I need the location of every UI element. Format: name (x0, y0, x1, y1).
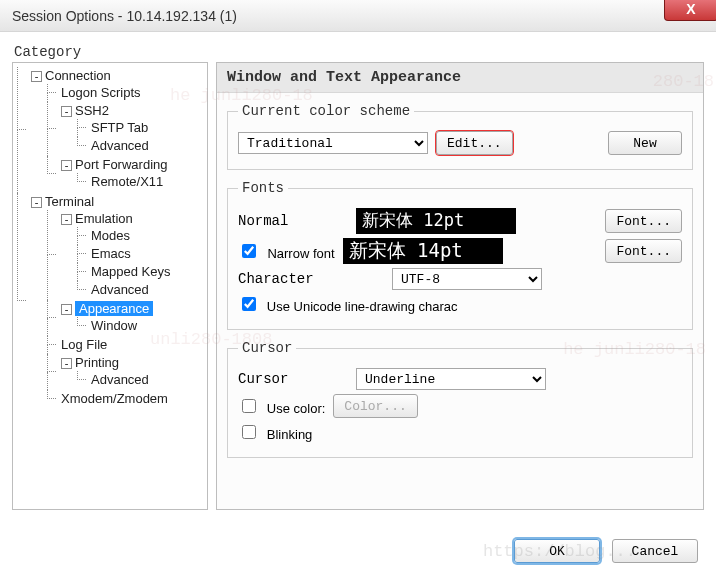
title-bar: Session Options - 10.14.192.134 (1) (0, 0, 716, 32)
tree-ssh-adv[interactable]: Advanced (77, 137, 205, 155)
collapse-icon[interactable]: - (61, 304, 72, 315)
collapse-icon[interactable]: - (31, 71, 42, 82)
scheme-legend: Current color scheme (238, 103, 414, 119)
narrow-font-checkbox[interactable] (242, 244, 256, 258)
tree-emu-adv[interactable]: Advanced (77, 281, 205, 299)
blinking-check-label[interactable]: Blinking (238, 422, 312, 443)
cursor-group: Cursor Cursor Underline Use color: Color… (227, 340, 693, 458)
new-scheme-button[interactable]: New (608, 131, 682, 155)
narrow-font-preview: 新宋体 14pt (343, 238, 503, 264)
normal-font-preview: 新宋体 12pt (356, 208, 516, 234)
tree-modes[interactable]: Modes (77, 227, 205, 245)
use-color-check-label[interactable]: Use color: (238, 396, 325, 417)
category-label: Category (14, 44, 81, 60)
tree-ssh2[interactable]: -SSH2 SFTP Tab Advanced (47, 102, 205, 156)
collapse-icon[interactable]: - (61, 214, 72, 225)
unicode-line-checkbox[interactable] (242, 297, 256, 311)
tree-port-fwd[interactable]: -Port Forwarding Remote/X11 (47, 156, 205, 192)
cancel-button[interactable]: Cancel (612, 539, 698, 563)
settings-panel: Window and Text Appearance Current color… (216, 62, 704, 510)
tree-remote-x11[interactable]: Remote/X11 (77, 173, 205, 191)
tree-printing[interactable]: -Printing Advanced (47, 354, 205, 390)
tree-emulation[interactable]: -Emulation Modes Emacs Mapped Keys Advan… (47, 210, 205, 300)
narrow-font-check-label[interactable]: Narrow font (238, 241, 335, 262)
tree-logon-scripts[interactable]: Logon Scripts (47, 84, 205, 102)
narrow-font-button[interactable]: Font... (605, 239, 682, 263)
unicode-line-check-label[interactable]: Use Unicode line-drawing charac (238, 294, 458, 315)
tree-print-adv[interactable]: Advanced (77, 371, 205, 389)
tree-connection[interactable]: -Connection Logon Scripts -SSH2 SFTP Tab… (17, 67, 205, 193)
character-label: Character (238, 271, 348, 287)
collapse-icon[interactable]: - (61, 358, 72, 369)
encoding-select[interactable]: UTF-8 (392, 268, 542, 290)
window-title: Session Options - 10.14.192.134 (1) (12, 8, 237, 24)
ok-button[interactable]: OK (514, 539, 600, 563)
tree-sftp-tab[interactable]: SFTP Tab (77, 119, 205, 137)
close-button[interactable]: X (664, 0, 716, 21)
panel-heading: Window and Text Appearance (217, 63, 703, 93)
normal-font-button[interactable]: Font... (605, 209, 682, 233)
normal-font-label: Normal (238, 213, 348, 229)
edit-scheme-button[interactable]: Edit... (436, 131, 513, 155)
tree-window[interactable]: Window (77, 317, 205, 335)
tree-logfile[interactable]: Log File (47, 336, 205, 354)
use-color-checkbox[interactable] (242, 399, 256, 413)
cursor-label: Cursor (238, 371, 348, 387)
tree-emacs[interactable]: Emacs (77, 245, 205, 263)
fonts-legend: Fonts (238, 180, 288, 196)
tree-appearance[interactable]: -Appearance Window (47, 300, 205, 336)
collapse-icon[interactable]: - (61, 106, 72, 117)
color-scheme-group: Current color scheme Traditional Edit...… (227, 103, 693, 170)
collapse-icon[interactable]: - (61, 160, 72, 171)
cursor-legend: Cursor (238, 340, 296, 356)
dialog-buttons: OK Cancel (514, 539, 698, 563)
blinking-checkbox[interactable] (242, 425, 256, 439)
scheme-select[interactable]: Traditional (238, 132, 428, 154)
category-tree[interactable]: -Connection Logon Scripts -SSH2 SFTP Tab… (12, 62, 208, 510)
fonts-group: Fonts Normal 新宋体 12pt Font... Narrow fon… (227, 180, 693, 330)
tree-xmodem[interactable]: Xmodem/Zmodem (47, 390, 205, 408)
tree-terminal[interactable]: -Terminal -Emulation Modes Emacs Mapped … (17, 193, 205, 409)
collapse-icon[interactable]: - (31, 197, 42, 208)
cursor-color-button[interactable]: Color... (333, 394, 417, 418)
tree-mapped-keys[interactable]: Mapped Keys (77, 263, 205, 281)
cursor-style-select[interactable]: Underline (356, 368, 546, 390)
